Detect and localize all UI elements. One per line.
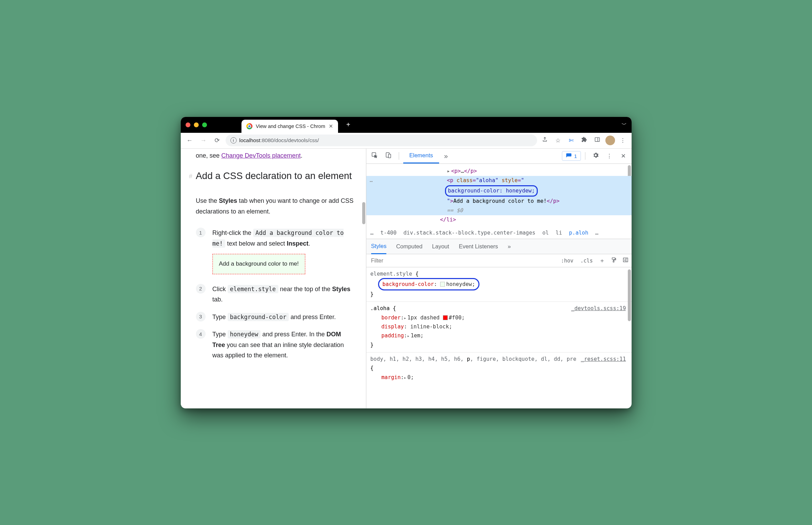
toolbar: ← → ⟳ i localhost:8080/docs/devtools/css…: [181, 133, 632, 149]
dom-breadcrumb[interactable]: … t-400 div.stack.stack--block.type.cent…: [366, 227, 632, 239]
style-rule-reset[interactable]: _reset.scss:11 body, h1, h2, h3, h4, h5,…: [366, 353, 632, 385]
styles-pane: element.style { background-color: honeyd…: [366, 267, 632, 408]
styles-filter-bar: :hov .cls ＋: [366, 254, 632, 267]
breadcrumb-item-selected[interactable]: p.aloh: [569, 230, 588, 236]
styles-scrollbar[interactable]: [628, 269, 631, 321]
demo-aloha-box[interactable]: Add a background color to me!: [212, 254, 306, 274]
change-placement-link[interactable]: Change DevTools placement: [221, 152, 301, 159]
device-toolbar-icon[interactable]: [382, 152, 395, 160]
browser-menu-icon[interactable]: ⋮: [618, 137, 628, 144]
bookmark-star-icon[interactable]: ☆: [553, 137, 563, 144]
maximize-window-button[interactable]: [202, 122, 207, 127]
breadcrumb-item[interactable]: div.stack.stack--block.type.center-image…: [404, 230, 536, 236]
highlighted-declaration: background-color: honeydew;: [378, 278, 480, 290]
computed-tab[interactable]: Computed: [396, 239, 422, 254]
list-item: Click element.style near the top of the …: [196, 284, 356, 305]
side-panel-icon[interactable]: [592, 137, 603, 144]
scissors-icon[interactable]: ✄: [566, 137, 576, 144]
close-window-button[interactable]: [186, 122, 190, 127]
svg-rect-4: [388, 154, 391, 158]
devtools-menu-icon[interactable]: ⋮: [603, 152, 616, 160]
list-item: Right-click the Add a background color t…: [196, 228, 356, 277]
svg-rect-7: [623, 258, 628, 262]
tab-title: View and change CSS - Chrom: [256, 123, 325, 129]
breadcrumb-item[interactable]: ol: [542, 230, 549, 236]
more-tabs-icon[interactable]: »: [440, 152, 451, 160]
page-content: one, see Change DevTools placement. Add …: [181, 149, 366, 408]
forward-button[interactable]: →: [198, 137, 209, 144]
back-button[interactable]: ←: [184, 137, 195, 144]
paint-icon[interactable]: [608, 257, 620, 264]
highlighted-inline-style: background-color: honeydew;: [445, 185, 538, 197]
new-tab-button[interactable]: +: [346, 121, 350, 129]
breadcrumb-item[interactable]: …: [370, 230, 374, 236]
svg-rect-5: [612, 258, 615, 259]
url-host: localhost:8080/docs/devtools/css/: [239, 137, 319, 143]
source-link[interactable]: _reset.scss:11: [581, 355, 626, 364]
chrome-icon: [246, 123, 252, 129]
devtools-header: Elements » 1 ⋮ ✕: [366, 149, 632, 164]
computed-panel-icon[interactable]: [620, 257, 632, 264]
color-swatch-icon[interactable]: [440, 282, 445, 287]
dom-tree[interactable]: ⋯ ▸<p>…</p> <p class="aloha" style=" bac…: [366, 164, 632, 227]
source-link[interactable]: _devtools.scss:19: [571, 304, 626, 313]
profile-avatar[interactable]: [605, 136, 615, 145]
dom-node[interactable]: </li>: [366, 215, 632, 225]
dom-node-selected[interactable]: <p class="aloha" style=" background-colo…: [366, 176, 632, 216]
layout-tab[interactable]: Layout: [432, 239, 449, 254]
settings-gear-icon[interactable]: [590, 152, 602, 160]
window-menu-chevron-icon[interactable]: ﹀: [622, 121, 627, 128]
page-heading: Add a CSS declaration to an element: [196, 170, 356, 182]
list-item: Type honeydew and press Enter. In the DO…: [196, 329, 356, 361]
site-info-icon[interactable]: i: [230, 137, 237, 143]
page-scrollbar[interactable]: [362, 202, 365, 224]
cls-toggle[interactable]: .cls: [577, 258, 596, 264]
ellipsis-icon[interactable]: ⋯: [370, 177, 373, 186]
code-snippet: background-color: [228, 313, 289, 321]
page-intro: Use the Styles tab when you want to chan…: [196, 196, 356, 217]
browser-window: View and change CSS - Chrom ✕ + ﹀ ← → ⟳ …: [181, 117, 632, 408]
breadcrumb-item[interactable]: li: [556, 230, 562, 236]
inspect-element-icon[interactable]: [368, 152, 381, 160]
close-tab-button[interactable]: ✕: [329, 123, 333, 129]
code-snippet: honeydew: [228, 330, 261, 338]
elements-tab[interactable]: Elements: [403, 148, 439, 164]
styles-tabs: Styles Computed Layout Event Listeners »: [366, 239, 632, 254]
close-devtools-icon[interactable]: ✕: [617, 152, 630, 160]
address-bar[interactable]: i localhost:8080/docs/devtools/css/: [226, 135, 537, 146]
color-swatch-icon[interactable]: [443, 315, 448, 320]
code-snippet: element.style: [228, 285, 278, 293]
hov-toggle[interactable]: :hov: [557, 258, 577, 264]
dom-node[interactable]: ▸<p>…</p>: [366, 167, 632, 176]
svg-rect-6: [613, 261, 614, 262]
page-text: one, see Change DevTools placement.: [196, 152, 356, 159]
new-style-rule-icon[interactable]: ＋: [596, 257, 608, 265]
devtools-panel: Elements » 1 ⋮ ✕ ⋯ ▸<p>…</p> <p class="a…: [366, 149, 632, 408]
traffic-lights: [186, 122, 207, 127]
share-icon[interactable]: [540, 137, 550, 144]
style-rule-element[interactable]: element.style { background-color: honeyd…: [366, 267, 632, 302]
list-item: Type background-color and press Enter.: [196, 312, 356, 323]
titlebar: View and change CSS - Chrom ✕ + ﹀: [181, 117, 632, 133]
extensions-icon[interactable]: [579, 137, 590, 144]
minimize-window-button[interactable]: [194, 122, 199, 127]
browser-tab[interactable]: View and change CSS - Chrom ✕: [241, 120, 338, 133]
issues-button[interactable]: 1: [562, 151, 581, 161]
event-listeners-tab[interactable]: Event Listeners: [459, 239, 498, 254]
breadcrumb-item[interactable]: …: [595, 230, 598, 236]
reload-button[interactable]: ⟳: [212, 137, 223, 144]
styles-tab[interactable]: Styles: [371, 239, 387, 254]
style-rule-aloha[interactable]: _devtools.scss:19 .aloha { border:▸1px d…: [366, 302, 632, 353]
svg-rect-0: [595, 138, 600, 141]
breadcrumb-item[interactable]: t-400: [380, 230, 397, 236]
styles-filter-input[interactable]: [366, 258, 558, 264]
more-subtabs-icon[interactable]: »: [508, 239, 511, 254]
